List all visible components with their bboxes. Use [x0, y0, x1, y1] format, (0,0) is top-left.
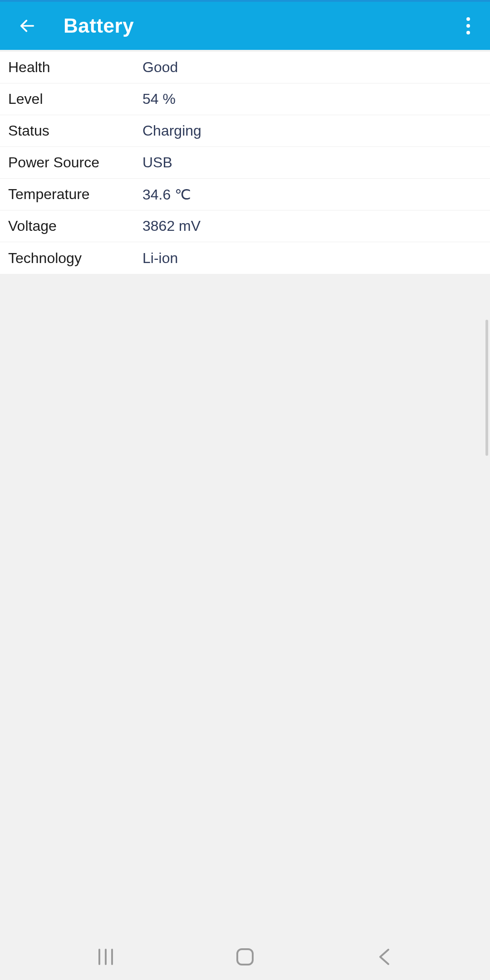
row-temperature[interactable]: Temperature 34.6 ℃ [0, 179, 490, 210]
svg-rect-6 [237, 949, 253, 965]
label-status: Status [8, 122, 142, 139]
label-level: Level [8, 91, 142, 107]
scrollbar-thumb[interactable] [485, 320, 488, 456]
back-button[interactable] [16, 15, 38, 37]
system-back-button[interactable] [362, 943, 407, 970]
content-area: Health Good Level 54 % Status Charging P… [0, 50, 490, 274]
row-health[interactable]: Health Good [0, 52, 490, 83]
value-status: Charging [142, 122, 201, 139]
recents-icon [96, 948, 116, 966]
label-temperature: Temperature [8, 186, 142, 203]
value-health: Good [142, 59, 178, 76]
recents-button[interactable] [83, 943, 128, 970]
label-voltage: Voltage [8, 218, 142, 234]
value-voltage: 3862 mV [142, 218, 201, 234]
home-icon [235, 947, 255, 966]
chevron-left-icon [377, 947, 391, 967]
label-health: Health [8, 59, 142, 76]
label-technology: Technology [8, 250, 142, 267]
page-title: Battery [64, 15, 457, 37]
row-level[interactable]: Level 54 % [0, 83, 490, 115]
value-temperature: 34.6 ℃ [142, 186, 191, 203]
svg-point-0 [466, 17, 470, 21]
label-power-source: Power Source [8, 154, 142, 171]
value-level: 54 % [142, 91, 176, 107]
overflow-menu-button[interactable] [457, 15, 479, 37]
home-button[interactable] [222, 943, 268, 970]
row-status[interactable]: Status Charging [0, 115, 490, 147]
app-bar: Battery [0, 2, 490, 50]
row-voltage[interactable]: Voltage 3862 mV [0, 210, 490, 242]
row-power-source[interactable]: Power Source USB [0, 147, 490, 179]
value-power-source: USB [142, 154, 172, 171]
more-vert-icon [466, 17, 470, 35]
system-nav-bar [0, 934, 490, 980]
svg-point-2 [466, 31, 470, 34]
arrow-left-icon [18, 17, 36, 35]
battery-info-list: Health Good Level 54 % Status Charging P… [0, 52, 490, 274]
value-technology: Li-ion [142, 250, 178, 267]
row-technology[interactable]: Technology Li-ion [0, 242, 490, 274]
svg-point-1 [466, 24, 470, 28]
